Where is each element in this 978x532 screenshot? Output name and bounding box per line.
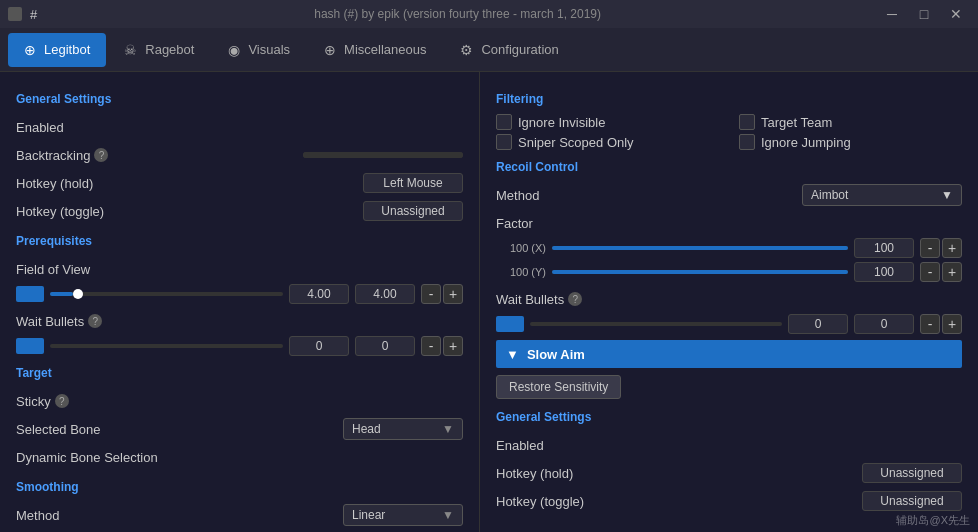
slow-aim-bar[interactable]: ▼ Slow Aim	[496, 340, 962, 368]
ignore-jumping-checkbox[interactable]	[739, 134, 755, 150]
smoothing-method-dropdown[interactable]: Linear ▼	[343, 504, 463, 526]
factor-y-plus-button[interactable]: +	[942, 262, 962, 282]
r-wb-plus-button[interactable]: +	[942, 314, 962, 334]
wait-bullets-val1[interactable]: 0	[289, 336, 349, 356]
ignore-invisible-item: Ignore Invisible	[496, 114, 719, 130]
wb-minus-button[interactable]: -	[421, 336, 441, 356]
dynamic-bone-row: Dynamic Bone Selection	[16, 444, 463, 470]
filter-grid: Ignore Invisible Target Team Sniper Scop…	[496, 114, 962, 150]
backtracking-slider[interactable]	[303, 152, 463, 158]
wait-bullets-help-icon[interactable]: ?	[88, 314, 102, 328]
hotkey-hold-value[interactable]: Left Mouse	[363, 173, 463, 193]
factor-y-controls: - +	[920, 262, 962, 282]
fov-slider-row: 4.00 4.00 - +	[16, 284, 463, 304]
wait-bullets-slider[interactable]	[50, 344, 283, 348]
method-dropdown-arrow-icon: ▼	[442, 508, 454, 522]
slow-aim-arrow-icon: ▼	[506, 347, 519, 362]
r-wait-bullets-val2[interactable]: 0	[854, 314, 914, 334]
hotkey-toggle-value[interactable]: Unassigned	[363, 201, 463, 221]
r-wait-bullets-slider[interactable]	[530, 322, 782, 326]
ignore-invisible-checkbox[interactable]	[496, 114, 512, 130]
r-wait-bullets-slider-row: 0 0 - +	[496, 314, 962, 334]
tab-legitbot[interactable]: ⊕ Legitbot	[8, 33, 106, 67]
backtracking-row: Backtracking ?	[16, 142, 463, 168]
r-wb-minus-button[interactable]: -	[920, 314, 940, 334]
recoil-control-title: Recoil Control	[496, 160, 962, 174]
tab-configuration[interactable]: ⚙ Configuration	[444, 33, 574, 67]
factor-y-label: 100 (Y)	[496, 266, 546, 278]
sniper-scoped-label: Sniper Scoped Only	[518, 135, 634, 150]
factor-x-label: 100 (X)	[496, 242, 546, 254]
wait-bullets-val2[interactable]: 0	[355, 336, 415, 356]
factor-x-row: 100 (X) 100 - +	[496, 238, 962, 258]
fov-value2[interactable]: 4.00	[355, 284, 415, 304]
factor-x-minus-button[interactable]: -	[920, 238, 940, 258]
tab-ragebot-label: Ragebot	[145, 42, 194, 57]
factor-y-slider[interactable]	[552, 270, 848, 274]
right-panel: Filtering Ignore Invisible Target Team S…	[480, 72, 978, 532]
sticky-row: Sticky ?	[16, 388, 463, 414]
watermark: 辅助岛@X先生	[896, 513, 970, 528]
wb-plus-button[interactable]: +	[443, 336, 463, 356]
r-wait-bullets-val1[interactable]: 0	[788, 314, 848, 334]
window-controls: ─ □ ✕	[878, 3, 970, 25]
factor-y-row: 100 (Y) 100 - +	[496, 262, 962, 282]
restore-sensitivity-row: Restore Sensitivity	[496, 374, 962, 400]
rc-method-value: Aimbot	[811, 188, 848, 202]
sticky-label: Sticky ?	[16, 394, 69, 409]
target-team-checkbox[interactable]	[739, 114, 755, 130]
tab-miscellaneous[interactable]: ⊕ Miscellaneous	[308, 33, 442, 67]
enabled-label: Enabled	[16, 120, 64, 135]
factor-x-value[interactable]: 100	[854, 238, 914, 258]
backtracking-label: Backtracking ?	[16, 148, 108, 163]
filtering-title: Filtering	[496, 92, 962, 106]
bone-dropdown-arrow-icon: ▼	[442, 422, 454, 436]
r-enabled-row: Enabled	[496, 432, 962, 458]
hotkey-hold-label: Hotkey (hold)	[16, 176, 93, 191]
fov-plus-button[interactable]: +	[443, 284, 463, 304]
app-icon	[8, 7, 22, 21]
close-button[interactable]: ✕	[942, 3, 970, 25]
ignore-jumping-label: Ignore Jumping	[761, 135, 851, 150]
tab-visuals[interactable]: ◉ Visuals	[212, 33, 306, 67]
wb-controls: - +	[421, 336, 463, 356]
factor-y-minus-button[interactable]: -	[920, 262, 940, 282]
r-hotkey-toggle-value[interactable]: Unassigned	[862, 491, 962, 511]
r-hotkey-hold-value[interactable]: Unassigned	[862, 463, 962, 483]
r-wait-bullets-help-icon[interactable]: ?	[568, 292, 582, 306]
wait-bullets-label-row: Wait Bullets ?	[16, 308, 463, 334]
sniper-scoped-checkbox[interactable]	[496, 134, 512, 150]
fov-minus-button[interactable]: -	[421, 284, 441, 304]
r-wait-bullets-blue-indicator	[496, 316, 524, 332]
backtracking-help-icon[interactable]: ?	[94, 148, 108, 162]
ragebot-icon: ☠	[124, 42, 137, 58]
r-enabled-label: Enabled	[496, 438, 544, 453]
restore-sensitivity-button[interactable]: Restore Sensitivity	[496, 375, 621, 399]
selected-bone-dropdown[interactable]: Head ▼	[343, 418, 463, 440]
minimize-button[interactable]: ─	[878, 3, 906, 25]
rc-method-dropdown[interactable]: Aimbot ▼	[802, 184, 962, 206]
tab-ragebot[interactable]: ☠ Ragebot	[108, 33, 210, 67]
left-panel: General Settings Enabled Backtracking ? …	[0, 72, 480, 532]
slow-aim-label: Slow Aim	[527, 347, 585, 362]
rc-factor-label: Factor	[496, 216, 533, 231]
main-content: General Settings Enabled Backtracking ? …	[0, 72, 978, 532]
factor-y-value[interactable]: 100	[854, 262, 914, 282]
fov-value1[interactable]: 4.00	[289, 284, 349, 304]
hotkey-toggle-row: Hotkey (toggle) Unassigned	[16, 198, 463, 224]
factor-x-plus-button[interactable]: +	[942, 238, 962, 258]
maximize-button[interactable]: □	[910, 3, 938, 25]
hotkey-hold-row: Hotkey (hold) Left Mouse	[16, 170, 463, 196]
factor-x-slider[interactable]	[552, 246, 848, 250]
fov-slider[interactable]	[50, 292, 283, 296]
target-title: Target	[16, 366, 463, 380]
r-hotkey-toggle-label: Hotkey (toggle)	[496, 494, 584, 509]
sticky-help-icon[interactable]: ?	[55, 394, 69, 408]
smoothing-method-value: Linear	[352, 508, 385, 522]
general-settings-title: General Settings	[16, 92, 463, 106]
r-hotkey-hold-label: Hotkey (hold)	[496, 466, 573, 481]
selected-bone-value: Head	[352, 422, 381, 436]
tab-legitbot-label: Legitbot	[44, 42, 90, 57]
ignore-invisible-label: Ignore Invisible	[518, 115, 605, 130]
factor-x-controls: - +	[920, 238, 962, 258]
